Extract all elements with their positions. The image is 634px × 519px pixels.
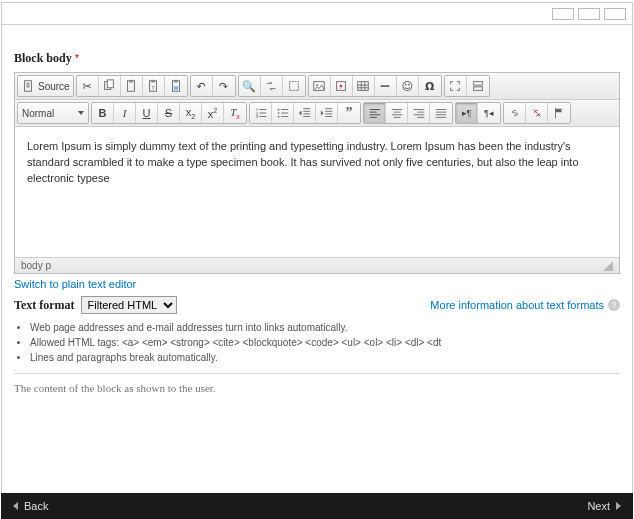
svg-rect-9 bbox=[151, 80, 155, 83]
back-label: Back bbox=[24, 500, 48, 512]
resize-handle[interactable] bbox=[603, 261, 613, 271]
window-titlebar bbox=[2, 3, 632, 25]
align-center-icon bbox=[390, 106, 404, 120]
redo-button[interactable]: ↷ bbox=[213, 76, 235, 96]
ol-icon: 123 bbox=[254, 106, 268, 120]
format-select[interactable]: Normal bbox=[18, 103, 88, 123]
next-label: Next bbox=[587, 500, 610, 512]
ol-button[interactable]: 123 bbox=[250, 103, 272, 123]
format-tips: Web page addresses and e-mail addresses … bbox=[14, 320, 620, 374]
table-icon bbox=[356, 79, 370, 93]
copy-button[interactable] bbox=[99, 76, 121, 96]
undo-button[interactable]: ↶ bbox=[191, 76, 213, 96]
anchor-button[interactable] bbox=[548, 103, 570, 123]
element-path[interactable]: body p bbox=[21, 260, 51, 271]
align-justify-button[interactable] bbox=[430, 103, 452, 123]
footer-bar: Back Next bbox=[1, 493, 633, 519]
format-select-label: Normal bbox=[22, 108, 54, 119]
link-icon bbox=[508, 106, 522, 120]
ltr-button[interactable]: ▸¶ bbox=[456, 103, 478, 123]
link-button[interactable] bbox=[504, 103, 526, 123]
next-button[interactable]: Next bbox=[587, 500, 621, 512]
indent-icon bbox=[320, 106, 334, 120]
superscript-button[interactable]: x2 bbox=[202, 103, 224, 123]
align-left-button[interactable] bbox=[364, 103, 386, 123]
bold-button[interactable]: B bbox=[92, 103, 114, 123]
text-format-select[interactable]: Filtered HTML bbox=[81, 296, 177, 314]
tip-item: Allowed HTML tags: <a> <em> <strong> <ci… bbox=[30, 335, 620, 350]
svg-text:T: T bbox=[152, 85, 156, 91]
outdent-icon bbox=[298, 106, 312, 120]
align-right-icon bbox=[412, 106, 426, 120]
window-min-button[interactable] bbox=[552, 8, 574, 20]
text-format-label: Text format bbox=[14, 298, 75, 313]
copy-icon bbox=[102, 79, 116, 93]
select-all-button[interactable] bbox=[283, 76, 305, 96]
window-frame: Block body * Source ✂ T W bbox=[1, 2, 633, 502]
svg-text:W: W bbox=[173, 85, 178, 91]
find-button[interactable]: 🔍 bbox=[239, 76, 261, 96]
window-max-button[interactable] bbox=[578, 8, 600, 20]
svg-point-36 bbox=[277, 116, 279, 118]
toolbar-row-2: Normal B I U S x2 x2 Tx 123 bbox=[15, 100, 619, 127]
svg-point-32 bbox=[277, 109, 279, 111]
align-justify-icon bbox=[434, 106, 448, 120]
ul-button[interactable] bbox=[272, 103, 294, 123]
flash-button[interactable] bbox=[331, 76, 353, 96]
align-center-button[interactable] bbox=[386, 103, 408, 123]
field-description: The content of the block as shown to the… bbox=[14, 382, 620, 394]
back-button[interactable]: Back bbox=[13, 500, 48, 512]
paste-button[interactable] bbox=[121, 76, 143, 96]
align-left-icon bbox=[368, 106, 382, 120]
cut-button[interactable]: ✂ bbox=[77, 76, 99, 96]
required-marker: * bbox=[75, 52, 79, 64]
editor-body[interactable]: Lorem Ipsum is simply dummy text of the … bbox=[15, 127, 619, 257]
specialchar-button[interactable]: Ω bbox=[419, 76, 441, 96]
window-close-button[interactable] bbox=[604, 8, 626, 20]
smiley-button[interactable]: ☺ bbox=[397, 76, 419, 96]
svg-text:3: 3 bbox=[255, 114, 258, 119]
align-right-button[interactable] bbox=[408, 103, 430, 123]
rtl-button[interactable]: ¶◂ bbox=[478, 103, 500, 123]
svg-rect-14 bbox=[289, 82, 298, 91]
blocks-icon bbox=[471, 79, 485, 93]
underline-button[interactable]: U bbox=[136, 103, 158, 123]
outdent-button[interactable] bbox=[294, 103, 316, 123]
flash-icon bbox=[334, 79, 348, 93]
replace-button[interactable] bbox=[261, 76, 283, 96]
strike-icon: S bbox=[165, 107, 172, 119]
svg-point-34 bbox=[277, 112, 279, 114]
superscript-icon: x2 bbox=[208, 107, 217, 120]
unlink-button[interactable] bbox=[526, 103, 548, 123]
table-button[interactable] bbox=[353, 76, 375, 96]
paste-word-button[interactable]: W bbox=[165, 76, 187, 96]
undo-icon: ↶ bbox=[197, 80, 206, 93]
svg-rect-25 bbox=[473, 87, 482, 91]
indent-button[interactable] bbox=[316, 103, 338, 123]
chevron-down-icon bbox=[78, 111, 84, 115]
remove-format-button[interactable]: Tx bbox=[224, 103, 246, 123]
blockquote-button[interactable]: ” bbox=[338, 103, 360, 123]
show-blocks-button[interactable] bbox=[467, 76, 489, 96]
svg-rect-0 bbox=[25, 81, 32, 92]
arrow-right-icon bbox=[616, 502, 621, 510]
maximize-button[interactable] bbox=[445, 76, 467, 96]
switch-to-plain-link[interactable]: Switch to plain text editor bbox=[14, 278, 620, 290]
unlink-icon bbox=[530, 106, 544, 120]
element-path-bar: body p bbox=[15, 257, 619, 273]
more-info-link[interactable]: More information about text formats ? bbox=[430, 299, 620, 311]
tip-item: Lines and paragraphs break automatically… bbox=[30, 350, 620, 365]
strike-button[interactable]: S bbox=[158, 103, 180, 123]
source-button[interactable]: Source bbox=[18, 76, 73, 96]
subscript-button[interactable]: x2 bbox=[180, 103, 202, 123]
bold-icon: B bbox=[99, 107, 107, 119]
select-all-icon bbox=[287, 79, 301, 93]
ul-icon bbox=[276, 106, 290, 120]
image-button[interactable] bbox=[309, 76, 331, 96]
image-icon bbox=[312, 79, 326, 93]
hr-button[interactable] bbox=[375, 76, 397, 96]
maximize-icon bbox=[448, 79, 462, 93]
remove-format-icon: Tx bbox=[230, 106, 240, 120]
paste-text-button[interactable]: T bbox=[143, 76, 165, 96]
italic-button[interactable]: I bbox=[114, 103, 136, 123]
